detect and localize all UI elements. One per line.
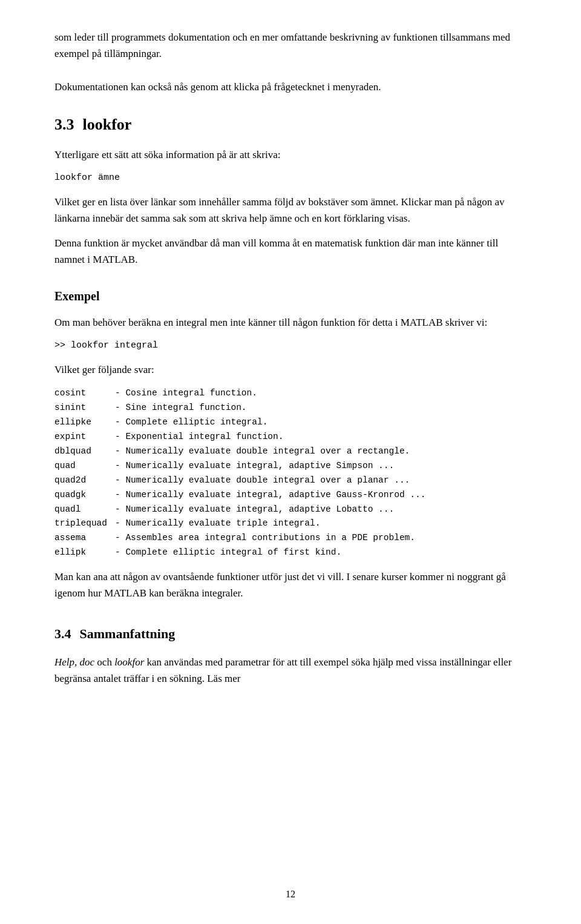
function-desc: - Cosine integral function. xyxy=(115,386,527,401)
function-name: ellipke xyxy=(54,415,115,430)
section-3-3-para2: Vilket ger en lista över länkar som inne… xyxy=(54,194,527,226)
section-3-4-para1: Help, doc och lookfor kan användas med p… xyxy=(54,654,527,687)
table-row: ellipke- Complete elliptic integral. xyxy=(54,415,527,430)
table-row: quad2d- Numerically evaluate double inte… xyxy=(54,474,527,488)
example-para: Om man behöver beräkna en integral men i… xyxy=(54,314,527,331)
section-3-3-heading: 3.3 lookfor xyxy=(54,113,527,137)
function-desc: - Assembles area integral contributions … xyxy=(115,531,527,546)
function-desc: - Numerically evaluate integral, adaptiv… xyxy=(115,459,527,474)
section-3-3-title: lookfor xyxy=(83,113,132,137)
function-desc: - Numerically evaluate double integral o… xyxy=(115,474,527,488)
and-text: och xyxy=(94,656,114,668)
page-number: 12 xyxy=(286,887,295,902)
function-desc: - Sine integral function. xyxy=(115,401,527,415)
section-3-3-para4: Man kan ana att någon av ovantsående fun… xyxy=(54,569,527,601)
table-row: ellipk- Complete elliptic integral of fi… xyxy=(54,546,527,560)
function-desc: - Complete elliptic integral. xyxy=(115,415,527,430)
page: som leder till programmets dokumentation… xyxy=(0,0,581,924)
lookfor-text: lookfor xyxy=(114,656,144,668)
table-row: dblquad- Numerically evaluate double int… xyxy=(54,444,527,459)
section-3-3-num: 3.3 xyxy=(54,113,74,137)
table-row: quad- Numerically evaluate integral, ada… xyxy=(54,459,527,474)
function-desc: - Numerically evaluate double integral o… xyxy=(115,444,527,459)
table-row: triplequad- Numerically evaluate triple … xyxy=(54,516,527,531)
table-row: cosint- Cosine integral function. xyxy=(54,386,527,401)
function-name: quadgk xyxy=(54,488,115,503)
function-desc: - Complete elliptic integral of first ki… xyxy=(115,546,527,560)
function-desc: - Numerically evaluate integral, adaptiv… xyxy=(115,503,527,517)
example-heading: Exempel xyxy=(54,287,527,306)
intro-para2: Dokumentationen kan också nås genom att … xyxy=(54,79,527,95)
matlab-command: >> lookfor integral xyxy=(54,339,527,353)
function-name: quadl xyxy=(54,503,115,517)
result-table: cosint- Cosine integral function.sinint-… xyxy=(54,386,527,560)
section-3-4-title: Sammanfattning xyxy=(80,624,176,644)
function-name: ellipk xyxy=(54,546,115,560)
result-intro: Vilket ger följande svar: xyxy=(54,361,527,378)
table-row: sinint- Sine integral function. xyxy=(54,401,527,415)
function-desc: - Exponential integral function. xyxy=(115,430,527,444)
section-3-3-para1: Ytterligare ett sätt att söka informatio… xyxy=(54,147,527,163)
section-3-4-num: 3.4 xyxy=(54,624,71,644)
table-row: quadl- Numerically evaluate integral, ad… xyxy=(54,503,527,517)
section-3-4-heading: 3.4 Sammanfattning xyxy=(54,624,527,644)
function-desc: - Numerically evaluate integral, adaptiv… xyxy=(115,488,527,503)
function-name: quad xyxy=(54,459,115,474)
function-name: cosint xyxy=(54,386,115,401)
table-row: expint- Exponential integral function. xyxy=(54,430,527,444)
intro-para1: som leder till programmets dokumentation… xyxy=(54,29,527,62)
help-doc-text: Help, doc xyxy=(54,656,94,668)
function-name: quad2d xyxy=(54,474,115,488)
section-3-3-para3: Denna funktion är mycket användbar då ma… xyxy=(54,235,527,268)
function-desc: - Numerically evaluate triple integral. xyxy=(115,516,527,531)
table-row: assema- Assembles area integral contribu… xyxy=(54,531,527,546)
function-name: dblquad xyxy=(54,444,115,459)
lookfor-code-example: lookfor ämne xyxy=(54,171,527,185)
function-name: sinint xyxy=(54,401,115,415)
function-name: expint xyxy=(54,430,115,444)
table-row: quadgk- Numerically evaluate integral, a… xyxy=(54,488,527,503)
function-name: assema xyxy=(54,531,115,546)
function-name: triplequad xyxy=(54,516,115,531)
